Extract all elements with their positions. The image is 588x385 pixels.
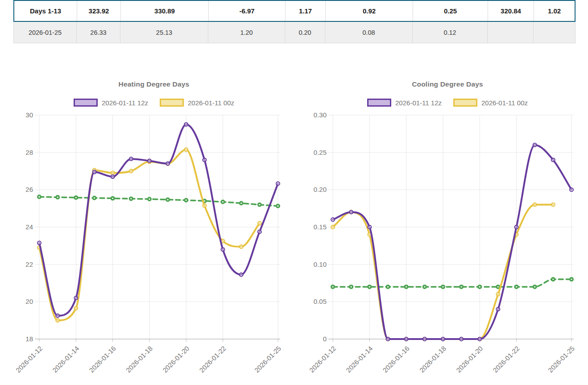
table-cell: 1.20 bbox=[208, 22, 285, 43]
legend-swatch-00z bbox=[160, 99, 184, 107]
table-cell bbox=[487, 22, 533, 43]
legend-item-00z[interactable]: 2026-01-11 00z bbox=[160, 99, 234, 107]
table-cell: 2026-01-25 bbox=[14, 22, 76, 43]
svg-text:0.25: 0.25 bbox=[314, 149, 327, 156]
svg-text:28: 28 bbox=[25, 149, 33, 156]
legend-label: 2026-01-11 00z bbox=[188, 99, 234, 107]
chart-title: Heating Degree Days bbox=[13, 76, 294, 90]
svg-text:2026-01-14: 2026-01-14 bbox=[344, 344, 374, 374]
table-cell: 0.08 bbox=[325, 22, 412, 43]
svg-text:2026-01-22: 2026-01-22 bbox=[491, 344, 521, 374]
svg-text:2026-01-12: 2026-01-12 bbox=[308, 344, 337, 374]
svg-text:2026-01-16: 2026-01-16 bbox=[87, 344, 117, 374]
table-cell: -6.97 bbox=[208, 1, 285, 21]
svg-text:0.30: 0.30 bbox=[314, 111, 327, 119]
table-cell: 25.13 bbox=[120, 22, 208, 43]
extra-day-row: 2026-01-25 26.33 25.13 1.20 0.20 0.08 0.… bbox=[13, 22, 576, 43]
legend-item-12z[interactable]: 2026-01-11 12z bbox=[74, 99, 148, 107]
table-cell: 0.25 bbox=[413, 1, 488, 21]
svg-text:0.10: 0.10 bbox=[314, 261, 327, 268]
table-cell: 1.02 bbox=[534, 1, 575, 21]
svg-text:2026-01-16: 2026-01-16 bbox=[381, 344, 410, 374]
svg-text:2026-01-12: 2026-01-12 bbox=[14, 344, 44, 374]
svg-text:2026-01-18: 2026-01-18 bbox=[124, 344, 154, 374]
svg-text:0.20: 0.20 bbox=[314, 186, 327, 193]
legend-swatch-12z bbox=[74, 99, 98, 107]
legend-item-00z[interactable]: 2026-01-11 00z bbox=[453, 99, 528, 107]
table-cell: 320.84 bbox=[488, 1, 534, 21]
table-cell: 0.20 bbox=[285, 22, 325, 43]
cooling-chart-panel: Cooling Degree Days 2026-01-11 12z 2026-… bbox=[307, 76, 588, 385]
svg-text:2026-01-20: 2026-01-20 bbox=[161, 344, 190, 374]
table-cell: 0.92 bbox=[325, 1, 413, 21]
summary-table: Days 1-13 323.92 330.89 -6.97 1.17 0.92 … bbox=[13, 0, 576, 43]
svg-text:0.05: 0.05 bbox=[314, 298, 327, 305]
svg-text:2026-01-25: 2026-01-25 bbox=[547, 344, 576, 374]
legend-swatch-12z bbox=[367, 99, 391, 107]
svg-text:2026-01-20: 2026-01-20 bbox=[455, 344, 484, 374]
table-cell: Days 1-13 bbox=[14, 1, 77, 21]
svg-text:2026-01-22: 2026-01-22 bbox=[198, 344, 227, 374]
table-cell: 330.89 bbox=[120, 1, 208, 21]
legend-label: 2026-01-11 12z bbox=[395, 99, 442, 107]
legend-swatch-00z bbox=[453, 99, 477, 107]
legend-item-12z[interactable]: 2026-01-11 12z bbox=[367, 99, 442, 107]
table-cell: 26.33 bbox=[76, 22, 120, 43]
heating-chart-panel: Heating Degree Days 2026-01-11 12z 2026-… bbox=[13, 76, 294, 385]
svg-text:24: 24 bbox=[25, 223, 33, 231]
svg-text:30: 30 bbox=[25, 111, 33, 119]
svg-text:0.15: 0.15 bbox=[314, 223, 327, 231]
svg-text:18: 18 bbox=[25, 335, 33, 343]
table-cell: 0.12 bbox=[412, 22, 487, 43]
legend-label: 2026-01-11 12z bbox=[102, 99, 148, 107]
table-cell bbox=[533, 22, 574, 43]
table-cell: 1.17 bbox=[285, 1, 325, 21]
summary-row: Days 1-13 323.92 330.89 -6.97 1.17 0.92 … bbox=[13, 0, 576, 22]
table-cell: 323.92 bbox=[77, 1, 120, 21]
svg-text:0: 0 bbox=[323, 335, 327, 343]
page: Days 1-13 323.92 330.89 -6.97 1.17 0.92 … bbox=[0, 0, 588, 385]
chart-legend: 2026-01-11 12z 2026-01-11 00z bbox=[13, 97, 294, 108]
svg-text:2026-01-18: 2026-01-18 bbox=[418, 344, 447, 374]
cooling-chart-plot: 00.050.100.150.200.250.302026-01-122026-… bbox=[307, 111, 588, 385]
svg-text:2026-01-25: 2026-01-25 bbox=[253, 344, 282, 374]
legend-label: 2026-01-11 00z bbox=[481, 99, 528, 107]
svg-text:22: 22 bbox=[25, 261, 33, 268]
chart-title: Cooling Degree Days bbox=[307, 76, 588, 90]
svg-text:20: 20 bbox=[25, 298, 33, 305]
chart-legend: 2026-01-11 12z 2026-01-11 00z bbox=[307, 97, 588, 108]
svg-text:2026-01-14: 2026-01-14 bbox=[51, 344, 80, 374]
svg-text:26: 26 bbox=[25, 186, 33, 193]
heating-chart-plot: 182022242628302026-01-122026-01-142026-0… bbox=[13, 111, 294, 385]
